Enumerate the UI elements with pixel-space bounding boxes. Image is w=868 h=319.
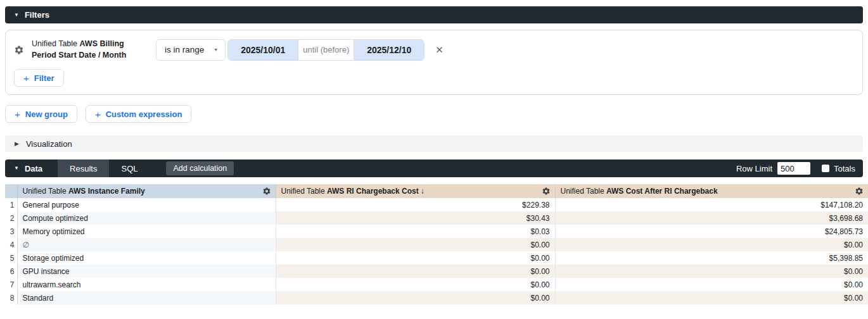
table-row: 8 Standard $0.00 $0.00 (5, 291, 868, 304)
sort-desc-icon: ↓ (421, 187, 424, 196)
cell-ri-chargeback-cost[interactable]: $0.03 (276, 225, 555, 238)
filter-row: Unified Table AWS Billing Period Start D… (14, 39, 854, 61)
row-number: 8 (5, 291, 17, 304)
table-row: 4 ∅ $0.00 $0.00 (5, 238, 868, 251)
visualization-section-header[interactable]: ▶ Visualization (5, 135, 863, 152)
collapse-caret-icon[interactable]: ▼ (14, 166, 19, 171)
row-number: 6 (5, 265, 17, 278)
filter-date-from-input[interactable]: 2025/10/01 (228, 40, 298, 60)
new-group-label: New group (25, 109, 68, 119)
cell-cost-after-ri[interactable]: $3,698.68 (555, 211, 868, 225)
filters-section-header[interactable]: ▼ Filters (5, 6, 863, 23)
filter-operator-dropdown[interactable]: is in range ▼ (156, 39, 226, 61)
table-row: 3 Memory optimized $0.03 $24,805.73 (5, 225, 868, 238)
column-header-cost-after-ri-chargeback[interactable]: Unified Table AWS Cost After RI Chargeba… (555, 184, 868, 198)
cell-ri-chargeback-cost[interactable]: $0.00 (276, 251, 555, 265)
cell-ri-chargeback-cost[interactable]: $229.38 (276, 198, 555, 211)
add-filter-label: Filter (34, 73, 54, 83)
filter-operator-value: is in range (165, 45, 204, 54)
filter-date-to-input[interactable]: 2025/12/10 (354, 40, 424, 60)
table-row: 5 Storage optimized $0.00 $5,398.85 (5, 251, 868, 265)
filter-actions-row: + New group + Custom expression (5, 105, 863, 123)
cell-cost-after-ri[interactable]: $0.00 (555, 265, 868, 278)
cell-cost-after-ri[interactable]: $147,108.20 (555, 198, 868, 211)
table-header-row: Unified Table AWS Instance Family Unifie… (5, 184, 868, 198)
tab-sql[interactable]: SQL (109, 160, 150, 177)
cell-ri-chargeback-cost[interactable]: $0.00 (276, 291, 555, 304)
custom-expression-label: Custom expression (106, 109, 182, 119)
cell-ri-chargeback-cost[interactable]: $0.00 (276, 278, 555, 291)
data-section-header: ▼ Data Results SQL Add calculation Row L… (5, 160, 863, 177)
filter-field-label: Unified Table AWS Billing Period Start D… (32, 39, 143, 61)
cell-cost-after-ri[interactable]: $24,805.73 (555, 225, 868, 238)
column-header-ri-chargeback-cost[interactable]: Unified Table AWS RI Chargeback Cost↓ (276, 184, 555, 198)
tab-results[interactable]: Results (58, 160, 109, 177)
results-table: Unified Table AWS Instance Family Unifie… (5, 184, 868, 304)
add-filter-button[interactable]: + Filter (14, 69, 64, 87)
filter-date-range-group: 2025/10/01 until (before) 2025/12/10 (227, 39, 424, 61)
data-section-title: Data (25, 164, 42, 173)
add-calculation-button[interactable]: Add calculation (166, 161, 234, 175)
filter-settings-gear-icon[interactable] (14, 45, 24, 55)
filter-field-prefix: Unified Table (32, 39, 77, 48)
collapse-caret-icon: ▼ (14, 13, 19, 18)
column-gear-icon[interactable] (542, 187, 551, 196)
totals-checkbox[interactable] (822, 165, 829, 172)
column-header-instance-family[interactable]: Unified Table AWS Instance Family (17, 184, 276, 198)
cell-ri-chargeback-cost[interactable]: $0.00 (276, 265, 555, 278)
cell-cost-after-ri[interactable]: $0.00 (555, 238, 868, 251)
filter-until-input[interactable]: until (before) (298, 40, 354, 60)
custom-expression-button[interactable]: + Custom expression (86, 105, 191, 123)
row-limit-input[interactable] (777, 162, 810, 175)
row-number: 1 (5, 198, 17, 211)
cell-instance-family[interactable]: Memory optimized (17, 225, 276, 238)
cell-cost-after-ri[interactable]: $5,398.85 (555, 251, 868, 265)
expand-caret-icon: ▶ (15, 141, 19, 147)
row-number: 2 (5, 211, 17, 225)
filters-section-title: Filters (25, 10, 49, 20)
row-number: 5 (5, 251, 17, 265)
cell-instance-family[interactable]: Compute optimized (17, 211, 276, 225)
plus-icon: + (95, 109, 101, 119)
plus-icon: + (15, 109, 20, 119)
plus-icon: + (23, 73, 29, 83)
column-gear-icon[interactable] (855, 187, 864, 196)
cell-instance-family[interactable]: General purpose (17, 198, 276, 211)
cell-instance-family[interactable]: ultrawarm.search (17, 278, 276, 291)
visualization-section-title: Visualization (26, 139, 72, 149)
new-group-button[interactable]: + New group (5, 105, 77, 123)
totals-label: Totals (834, 164, 855, 173)
cell-instance-family[interactable]: ∅ (17, 238, 276, 251)
cell-cost-after-ri[interactable]: $0.00 (555, 278, 868, 291)
row-number: 4 (5, 238, 17, 251)
cell-cost-after-ri[interactable]: $0.00 (555, 291, 868, 304)
column-gear-icon[interactable] (262, 187, 271, 196)
cell-ri-chargeback-cost[interactable]: $30.43 (276, 211, 555, 225)
cell-instance-family[interactable]: GPU instance (17, 265, 276, 278)
filters-panel: Unified Table AWS Billing Period Start D… (5, 30, 863, 95)
cell-ri-chargeback-cost[interactable]: $0.00 (276, 238, 555, 251)
row-number-header (5, 184, 17, 198)
table-row: 6 GPU instance $0.00 $0.00 (5, 265, 868, 278)
row-number: 3 (5, 225, 17, 238)
table-row: 1 General purpose $229.38 $147,108.20 (5, 198, 868, 211)
cell-instance-family[interactable]: Standard (17, 291, 276, 304)
row-number: 7 (5, 278, 17, 291)
table-row: 7 ultrawarm.search $0.00 $0.00 (5, 278, 868, 291)
chevron-down-icon: ▼ (214, 47, 218, 52)
remove-filter-icon[interactable]: ✕ (435, 45, 444, 54)
row-limit-label: Row Limit (736, 164, 772, 173)
cell-instance-family[interactable]: Storage optimized (17, 251, 276, 265)
table-row: 2 Compute optimized $30.43 $3,698.68 (5, 211, 868, 225)
